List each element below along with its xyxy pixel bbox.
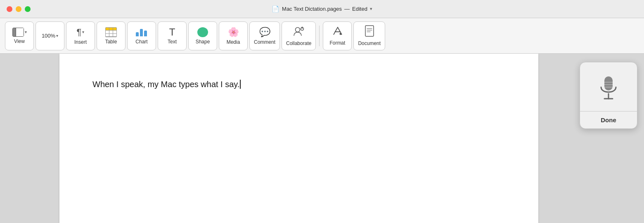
comment-button[interactable]: 💬 Comment [249, 21, 280, 50]
title-dropdown-arrow[interactable]: ▾ [370, 6, 372, 12]
minimize-button[interactable] [16, 6, 21, 12]
right-gutter: Done [553, 54, 644, 223]
view-icon [12, 28, 24, 37]
insert-label: Insert [74, 39, 87, 45]
title-bar: 📄 Mac Text Dictation.pages — Edited ▾ [0, 0, 644, 18]
table-label: Table [105, 39, 117, 45]
mic-icon-wrap [594, 74, 623, 103]
document-icon [365, 25, 374, 39]
svg-point-5 [340, 33, 342, 35]
insert-icon-area: ¶ ▾ [77, 27, 85, 38]
media-icon: 🌸 [228, 27, 239, 38]
maximize-button[interactable] [25, 6, 31, 12]
table-icon [105, 27, 117, 37]
media-button[interactable]: 🌸 Media [219, 21, 248, 50]
svg-point-0 [295, 27, 300, 32]
document-canvas: When I speak, my Mac types what I say. [45, 54, 553, 223]
shape-label: Shape [196, 39, 210, 45]
comment-icon: 💬 [259, 27, 270, 38]
dictation-popup: Done [580, 62, 637, 129]
view-dropdown-arrow: ▾ [25, 30, 27, 34]
dictation-done-button[interactable]: Done [580, 112, 637, 128]
toolbar-separator [319, 26, 320, 46]
zoom-value: 100% [42, 33, 55, 39]
svg-rect-6 [365, 26, 374, 36]
text-button[interactable]: T Text [158, 21, 187, 50]
table-button[interactable]: Table [97, 21, 125, 50]
document-title: Mac Text Dictation.pages [282, 6, 342, 12]
document-page[interactable]: When I speak, my Mac types what I say. [59, 54, 538, 223]
collaborate-icon [293, 26, 305, 39]
text-label: Text [168, 39, 177, 45]
chart-button[interactable]: Chart [127, 21, 156, 50]
title-separator: — [344, 6, 350, 12]
document-body-text: When I speak, my Mac types what I say. [92, 78, 505, 90]
format-icon [332, 26, 343, 38]
zoom-button[interactable]: 100% ▾ 100% [36, 21, 64, 50]
chart-label: Chart [135, 39, 147, 45]
document-status: Edited [352, 6, 367, 12]
body-text-content: When I speak, my Mac types what I say. [92, 78, 239, 90]
window-controls [7, 6, 31, 12]
close-button[interactable] [7, 6, 12, 12]
zoom-dropdown-arrow: ▾ [56, 33, 58, 38]
main-area: When I speak, my Mac types what I say. [0, 54, 644, 223]
svg-rect-10 [604, 76, 613, 90]
doc-icon: 📄 [272, 5, 279, 13]
chart-icon [136, 27, 147, 37]
format-button[interactable]: Format [323, 21, 352, 50]
collaborate-label: Collaborate [286, 40, 311, 46]
view-label: View [14, 38, 25, 44]
view-icon-area: ▾ [12, 28, 27, 37]
comment-label: Comment [254, 39, 275, 45]
media-label: Media [227, 39, 240, 45]
shape-button[interactable]: Shape [188, 21, 217, 50]
title-bar-text: 📄 Mac Text Dictation.pages — Edited ▾ [272, 5, 372, 13]
zoom-icon-area: 100% ▾ [42, 33, 58, 39]
dictation-mic-area [586, 62, 631, 111]
document-label: Document [358, 40, 381, 46]
insert-button[interactable]: ¶ ▾ Insert [66, 21, 95, 50]
insert-dropdown-arrow: ▾ [82, 30, 84, 34]
text-icon: T [169, 27, 175, 37]
text-cursor [240, 80, 241, 89]
view-button[interactable]: ▾ View [5, 21, 34, 50]
paragraph-icon: ¶ [77, 27, 82, 38]
shape-icon [197, 27, 208, 37]
format-label: Format [329, 40, 345, 46]
document-button[interactable]: Document [353, 21, 385, 50]
toolbar: ▾ View 100% ▾ 100% ¶ ▾ Insert Ta [0, 18, 644, 54]
collaborate-button[interactable]: Collaborate [282, 21, 316, 50]
microphone-icon [598, 76, 619, 101]
left-gutter [0, 54, 45, 223]
